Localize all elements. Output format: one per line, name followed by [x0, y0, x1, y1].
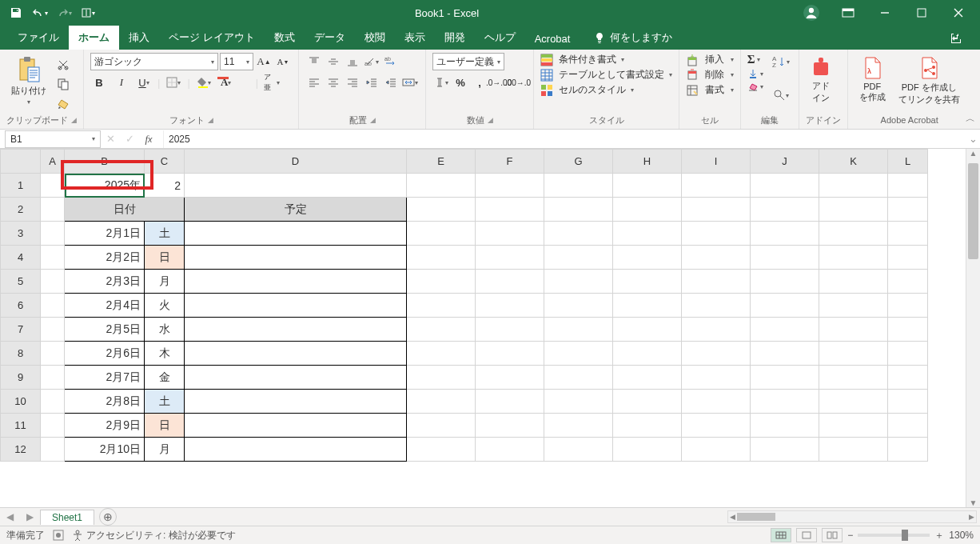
cell[interactable]	[888, 198, 928, 222]
cell[interactable]	[888, 270, 928, 294]
conditional-formatting-button[interactable]: 条件付き書式▾	[540, 53, 624, 66]
cell[interactable]	[751, 246, 819, 270]
format-cells-button[interactable]: 書式▾	[686, 83, 733, 97]
cell[interactable]	[476, 342, 544, 366]
align-bottom-button[interactable]	[344, 53, 361, 70]
cell[interactable]	[476, 294, 544, 318]
cell[interactable]	[819, 174, 888, 198]
zoom-level[interactable]: 130%	[949, 530, 974, 541]
row-header[interactable]: 11	[1, 414, 41, 438]
cell[interactable]	[682, 294, 751, 318]
column-header[interactable]: K	[819, 150, 888, 174]
tab-file[interactable]: ファイル	[8, 26, 69, 50]
tab-help[interactable]: ヘルプ	[475, 26, 525, 50]
collapse-ribbon-icon[interactable]: ︿	[966, 112, 975, 126]
cell[interactable]	[476, 438, 544, 462]
cell[interactable]	[476, 198, 544, 222]
cell[interactable]	[888, 294, 928, 318]
cell[interactable]: 2025年	[65, 174, 145, 198]
borders-button[interactable]: ▾	[165, 74, 182, 91]
cell[interactable]	[819, 222, 888, 246]
cell[interactable]	[407, 390, 476, 414]
column-header[interactable]: D	[185, 150, 407, 174]
select-all-corner[interactable]	[1, 150, 41, 174]
zoom-slider[interactable]	[858, 534, 930, 537]
cell[interactable]	[41, 414, 65, 438]
cell[interactable]: 2月7日	[65, 366, 145, 390]
cell[interactable]	[41, 294, 65, 318]
cell[interactable]	[819, 366, 888, 390]
cell[interactable]	[407, 414, 476, 438]
tab-page-layout[interactable]: ページ レイアウト	[159, 26, 265, 50]
maximize-button[interactable]	[905, 2, 938, 24]
cell[interactable]	[476, 246, 544, 270]
cell[interactable]	[476, 174, 544, 198]
cell[interactable]	[888, 342, 928, 366]
cell[interactable]	[41, 222, 65, 246]
tab-home[interactable]: ホーム	[69, 26, 119, 50]
cell[interactable]: 2月1日	[65, 222, 145, 246]
save-icon[interactable]	[5, 2, 27, 24]
clear-button[interactable]: ▾	[747, 81, 763, 92]
increase-font-button[interactable]: A▲	[255, 53, 273, 70]
cell[interactable]	[185, 342, 407, 366]
accessibility-status[interactable]: アクセシビリティ: 検討が必要です	[72, 529, 236, 542]
align-center-button[interactable]	[325, 74, 342, 91]
tab-view[interactable]: 表示	[395, 26, 435, 50]
cell[interactable]	[544, 390, 613, 414]
cell[interactable]	[544, 222, 613, 246]
cell[interactable]	[682, 366, 751, 390]
cell[interactable]	[613, 342, 682, 366]
cell[interactable]	[819, 294, 888, 318]
cell[interactable]	[751, 270, 819, 294]
cell[interactable]	[682, 438, 751, 462]
cell[interactable]	[41, 198, 65, 222]
cell[interactable]	[41, 342, 65, 366]
cell[interactable]	[41, 318, 65, 342]
cell[interactable]	[185, 222, 407, 246]
merge-cells-button[interactable]: ▾	[401, 74, 419, 91]
cell[interactable]	[407, 294, 476, 318]
tab-developer[interactable]: 開発	[435, 26, 475, 50]
delete-cells-button[interactable]: 削除▾	[686, 68, 733, 82]
insert-cells-button[interactable]: 挿入▾	[686, 53, 733, 66]
row-header[interactable]: 5	[1, 270, 41, 294]
cell[interactable]	[888, 414, 928, 438]
cell[interactable]	[544, 270, 613, 294]
cell[interactable]	[682, 222, 751, 246]
fill-color-button[interactable]: ▾	[195, 74, 213, 91]
scrollbar-thumb[interactable]	[968, 163, 978, 259]
cell[interactable]	[751, 222, 819, 246]
insert-function-icon[interactable]: fx	[139, 130, 158, 148]
cell[interactable]	[476, 390, 544, 414]
decrease-indent-button[interactable]	[363, 74, 380, 91]
cell[interactable]	[682, 198, 751, 222]
create-pdf-button[interactable]: λPDF を作成	[855, 53, 890, 106]
cell[interactable]	[819, 438, 888, 462]
normal-view-button[interactable]	[771, 528, 791, 542]
cell[interactable]	[407, 198, 476, 222]
cell[interactable]: 日	[145, 414, 185, 438]
clipboard-launcher-icon[interactable]: ◢	[71, 116, 77, 124]
minimize-button[interactable]	[868, 2, 902, 24]
cell[interactable]	[185, 318, 407, 342]
vertical-scrollbar[interactable]: ▲ ▼	[966, 149, 980, 507]
cell[interactable]	[544, 318, 613, 342]
cell[interactable]: 2月2日	[65, 246, 145, 270]
cell[interactable]	[751, 438, 819, 462]
cell[interactable]: 2月6日	[65, 342, 145, 366]
column-header[interactable]: A	[41, 150, 65, 174]
row-header[interactable]: 9	[1, 366, 41, 390]
cell[interactable]	[613, 222, 682, 246]
cell[interactable]	[185, 438, 407, 462]
cell[interactable]	[613, 174, 682, 198]
cell[interactable]	[682, 342, 751, 366]
cell[interactable]: 水	[145, 318, 185, 342]
cell[interactable]	[476, 366, 544, 390]
cell[interactable]	[888, 222, 928, 246]
cell[interactable]	[476, 318, 544, 342]
page-break-view-button[interactable]	[822, 528, 843, 542]
copy-button[interactable]	[54, 75, 72, 93]
cell[interactable]	[185, 390, 407, 414]
cell[interactable]	[41, 174, 65, 198]
